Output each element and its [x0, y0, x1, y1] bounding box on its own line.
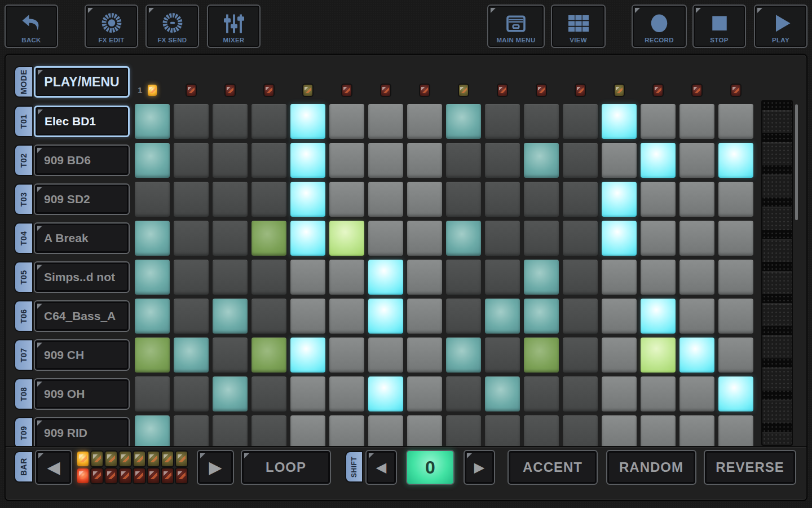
pad-r2-c1[interactable] — [135, 143, 170, 178]
pad-r7-c5[interactable] — [290, 338, 325, 373]
pad-r7-c14[interactable] — [641, 338, 676, 373]
pad-r7-c12[interactable] — [563, 338, 598, 373]
track-button-t07[interactable]: 909 CH — [34, 339, 130, 371]
pad-r4-c15[interactable] — [679, 221, 714, 256]
pad-r9-c16[interactable] — [718, 415, 753, 446]
back-button[interactable]: BACK — [5, 5, 58, 48]
pad-r9-c13[interactable] — [602, 415, 637, 446]
pad-r1-c4[interactable] — [251, 104, 286, 139]
pad-r1-c13[interactable] — [602, 104, 637, 139]
pad-r3-c5[interactable] — [290, 182, 325, 217]
pad-r4-c3[interactable] — [213, 221, 248, 256]
shift-prev-button[interactable]: ◀ — [365, 450, 397, 485]
pad-r2-c2[interactable] — [174, 143, 209, 178]
pad-r4-c9[interactable] — [446, 221, 481, 256]
pad-r1-c14[interactable] — [641, 104, 676, 139]
pad-r5-c1[interactable] — [135, 260, 170, 295]
fx-send-button[interactable]: FX SEND — [145, 5, 199, 48]
pad-r4-c11[interactable] — [524, 221, 559, 256]
random-button[interactable]: RANDOM — [606, 450, 696, 485]
pad-r7-c15[interactable] — [679, 338, 714, 373]
pad-r5-c5[interactable] — [290, 260, 325, 295]
track-button-t08[interactable]: 909 OH — [34, 378, 130, 410]
track-tab-t08[interactable]: T08 — [15, 379, 32, 409]
bar-next-button[interactable]: ▶ — [197, 450, 234, 485]
pad-r2-c9[interactable] — [446, 143, 481, 178]
pad-r9-c14[interactable] — [641, 415, 676, 446]
pad-r6-c2[interactable] — [174, 299, 209, 334]
pad-r3-c1[interactable] — [135, 182, 170, 217]
pad-r4-c10[interactable] — [485, 221, 520, 256]
pad-r1-c6[interactable] — [329, 104, 364, 139]
pad-r1-c10[interactable] — [485, 104, 520, 139]
pad-r1-c3[interactable] — [213, 104, 248, 139]
pad-r6-c16[interactable] — [718, 299, 753, 334]
stop-button[interactable]: STOP — [692, 5, 746, 48]
pad-r2-c16[interactable] — [718, 143, 753, 178]
pad-r2-c12[interactable] — [563, 143, 598, 178]
track-button-t03[interactable]: 909 SD2 — [34, 183, 130, 215]
pad-r5-c4[interactable] — [251, 260, 286, 295]
pad-r6-c5[interactable] — [290, 299, 325, 334]
pad-r9-c2[interactable] — [174, 415, 209, 446]
pad-r5-c12[interactable] — [563, 260, 598, 295]
pad-r7-c2[interactable] — [174, 338, 209, 373]
pad-r8-c2[interactable] — [174, 376, 209, 411]
track-button-t04[interactable]: A Break — [34, 222, 130, 254]
pad-r3-c16[interactable] — [718, 182, 753, 217]
track-button-t09[interactable]: 909 RID — [34, 417, 130, 446]
pad-r1-c2[interactable] — [174, 104, 209, 139]
pad-r8-c1[interactable] — [135, 376, 170, 411]
pad-r5-c16[interactable] — [718, 260, 753, 295]
pad-r5-c9[interactable] — [446, 260, 481, 295]
track-tab-t05[interactable]: T05 — [15, 262, 32, 292]
pad-r8-c4[interactable] — [251, 376, 286, 411]
pad-r4-c16[interactable] — [718, 221, 753, 256]
pad-r4-c7[interactable] — [368, 221, 403, 256]
pad-r7-c1[interactable] — [135, 338, 170, 373]
pad-r3-c10[interactable] — [485, 182, 520, 217]
pad-r5-c13[interactable] — [602, 260, 637, 295]
pad-r8-c8[interactable] — [407, 376, 442, 411]
pad-r7-c6[interactable] — [329, 338, 364, 373]
pad-r4-c8[interactable] — [407, 221, 442, 256]
pad-r7-c10[interactable] — [485, 338, 520, 373]
pad-r6-c13[interactable] — [602, 299, 637, 334]
pad-r7-c7[interactable] — [368, 338, 403, 373]
pad-r1-c11[interactable] — [524, 104, 559, 139]
pad-r5-c11[interactable] — [524, 260, 559, 295]
pad-r9-c9[interactable] — [446, 415, 481, 446]
pad-r2-c5[interactable] — [290, 143, 325, 178]
pad-r6-c7[interactable] — [368, 299, 403, 334]
pad-r1-c5[interactable] — [290, 104, 325, 139]
pad-r8-c9[interactable] — [446, 376, 481, 411]
mode-tab[interactable]: MODE — [15, 67, 32, 97]
fx-edit-button[interactable]: FX EDIT — [85, 5, 138, 48]
mixer-button[interactable]: MIXER — [207, 5, 261, 48]
pad-r3-c11[interactable] — [524, 182, 559, 217]
pad-r8-c6[interactable] — [329, 376, 364, 411]
pad-r3-c6[interactable] — [329, 182, 364, 217]
pad-r5-c8[interactable] — [407, 260, 442, 295]
pad-r9-c5[interactable] — [290, 415, 325, 446]
pad-r6-c3[interactable] — [213, 299, 248, 334]
track-tab-t02[interactable]: T02 — [15, 146, 32, 175]
pad-r5-c14[interactable] — [641, 260, 676, 295]
mode-button[interactable]: PLAY/MENU — [34, 66, 130, 98]
pad-r4-c13[interactable] — [602, 221, 637, 256]
pad-r8-c15[interactable] — [679, 376, 714, 411]
pad-r3-c3[interactable] — [213, 182, 248, 217]
pad-r7-c3[interactable] — [213, 338, 248, 373]
pad-r9-c10[interactable] — [485, 415, 520, 446]
pad-r2-c10[interactable] — [485, 143, 520, 178]
pad-r2-c14[interactable] — [641, 143, 676, 178]
pad-r5-c2[interactable] — [174, 260, 209, 295]
pad-r7-c4[interactable] — [251, 338, 286, 373]
pad-r2-c15[interactable] — [679, 143, 714, 178]
accent-button[interactable]: ACCENT — [508, 450, 598, 485]
pad-r3-c2[interactable] — [174, 182, 209, 217]
pad-r2-c13[interactable] — [602, 143, 637, 178]
pad-r4-c4[interactable] — [251, 221, 286, 256]
track-button-t02[interactable]: 909 BD6 — [34, 144, 130, 176]
pad-r2-c7[interactable] — [368, 143, 403, 178]
